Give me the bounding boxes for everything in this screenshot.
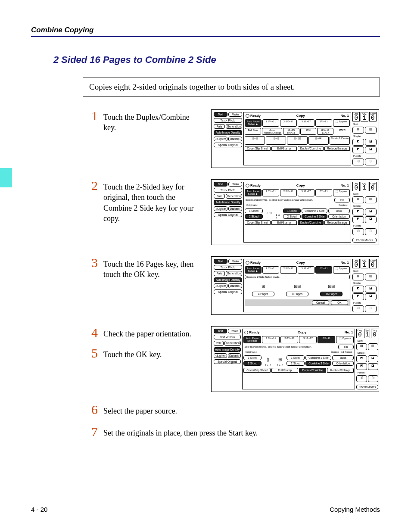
special-original-button[interactable]: Special Original [214,143,242,147]
auto-paper-select-button[interactable]: Auto Paper Select ▶ [245,266,262,274]
reduce-enlarge-tab[interactable]: Reduce/Enlarge [327,368,354,373]
staple-opt-3[interactable]: ◩ [352,216,364,223]
edit-stamp-tab[interactable]: Edit/Stamp [271,368,299,373]
staple-opt-1[interactable]: ◩ [352,286,364,292]
darker-button[interactable]: Darker▷ [228,283,242,288]
check-modes-button[interactable]: Check Modes [356,385,378,389]
one-sided-button[interactable]: 1 Sided [243,355,262,360]
combine-2-side-button[interactable]: Combine 2 Side [302,214,327,219]
darker-button[interactable]: Darker▷ [228,137,242,141]
photo-button[interactable]: Photo [228,259,242,264]
auto-paper-select-button[interactable]: Auto Paper Select ▶ [245,119,262,127]
two-sided-button[interactable]: 2 Sided [245,214,263,219]
one-sided-button[interactable]: 1 Sided [245,208,263,213]
tray-3-button[interactable]: 3 11×17 [299,336,317,343]
tray-1-button[interactable]: 1 8½×11 [262,266,279,274]
text-button[interactable]: Text [214,182,227,187]
dup-opt-2[interactable]: ▯→▯ [266,136,286,145]
photo-button[interactable]: Photo [228,112,242,117]
punch-opt-1[interactable]: ⁝▯ [356,375,367,382]
check-modes-button[interactable]: Check Modes [352,238,377,243]
shrink-center-button[interactable]: Shrink & Center [330,136,350,145]
ok-button[interactable]: OK [334,198,350,202]
punch-opt-1[interactable]: ⁝▯ [352,228,364,235]
tray-2-button[interactable]: 2 8½×11 [280,119,297,127]
tray-4-button[interactable]: 8½×11 [318,336,335,343]
staple-opt-3[interactable]: ◩ [352,146,364,153]
tray-1-button[interactable]: 1 8½×11 [262,119,279,127]
tray-3-button[interactable]: 3 11×17 [298,266,314,274]
staple-opt-1[interactable]: ◩ [352,139,364,146]
copy-one-sided-button[interactable]: 1 Sided [283,208,301,213]
eight-pages-button[interactable]: 8 Pages [286,292,308,296]
staple-opt-2[interactable]: ◪ [365,286,377,292]
bypass-button[interactable]: ⬚ Bypass [333,119,350,127]
punch-opt-1[interactable]: ⁝▯ [352,305,364,312]
staple-opt-2[interactable]: ◪ [365,208,377,215]
tray-4-button[interactable]: 8½×11 [315,119,332,127]
text-button[interactable]: Text [214,112,227,117]
text-button[interactable]: Text [214,329,227,333]
tray-2-button[interactable]: 2 8½×11 [280,189,297,196]
text-photo-button[interactable]: Text • Photo [214,335,241,339]
ratio-1-button[interactable]: 11×15 8½×11 [283,128,299,135]
sort-opt-2[interactable]: ▥ [368,343,378,350]
staple-opt-4[interactable]: ◪ [368,363,378,370]
photo-button[interactable]: Photo [228,182,242,187]
text-photo-button[interactable]: Text • Photo [214,118,242,123]
duplex-combine-tab[interactable]: Duplex/Combine [298,146,324,151]
lighter-button[interactable]: ◁Lighter [214,206,227,211]
duplex-combine-tab[interactable]: Duplex/Combine [299,368,326,373]
tray-3-button[interactable]: 3 11×17 [298,119,314,127]
sort-opt-2[interactable]: ▥ [365,274,377,280]
cancel-button[interactable]: Cancel [312,300,329,305]
staple-opt-4[interactable]: ◪ [365,216,377,223]
cover-slip-tab[interactable]: Cover/Slip Sheet [245,220,271,225]
punch-opt-2[interactable]: ▯⁝ [365,159,377,165]
auto-image-density-button[interactable]: Auto Image Density [214,200,242,205]
lighter-button[interactable]: ◁Lighter [214,137,227,141]
tray-2-button[interactable]: 2 8½×11 [280,266,297,274]
tray-4-button[interactable]: 8½×11 [315,266,332,274]
special-original-button[interactable]: Special Original [214,359,241,364]
ok-button[interactable]: OK [338,345,354,349]
ratio-2-button[interactable]: 8½×11 11×17 [317,128,333,135]
darker-button[interactable]: Darker▷ [228,206,242,211]
duplex-combine-tab[interactable]: Duplex/Combine [298,220,324,225]
copy-one-sided-button[interactable]: 1 Sided [286,355,305,360]
punch-opt-2[interactable]: ▯⁝ [368,375,378,382]
dup-opt-4[interactable]: ▯→⊞ [308,136,329,145]
staple-opt-1[interactable]: ◩ [352,208,364,215]
book-button[interactable]: Book [332,355,354,360]
punch-opt-2[interactable]: ▯⁝ [365,305,377,312]
combine-1-side-button[interactable]: Combine 1 Side [305,355,331,360]
four-pages-button[interactable]: 4 Pages [252,292,274,296]
pale-button[interactable]: Pale [214,124,225,129]
cover-slip-tab[interactable]: Cover/Slip Sheet [243,368,271,373]
tray-4-button[interactable]: 8½×11 [315,189,332,196]
orientation-button[interactable]: Orientation [328,214,350,219]
punch-opt-2[interactable]: ▯⁝ [365,228,377,235]
sixteen-pages-button[interactable]: 16 Pages [320,292,342,296]
special-original-button[interactable]: Special Original [214,212,242,217]
reduce-enlarge-tab[interactable]: Reduce/Enlarge [324,146,350,151]
ok-button[interactable]: OK [331,300,348,305]
text-photo-button[interactable]: Text • Photo [214,188,242,193]
pale-button[interactable]: Pale [214,194,225,199]
text-button[interactable]: Text [214,259,227,264]
staple-opt-3[interactable]: ◩ [356,363,367,370]
edit-stamp-tab[interactable]: Edit/Stamp [271,220,297,225]
full-size-button[interactable]: Full Size [245,128,261,135]
staple-opt-1[interactable]: ◩ [356,355,367,362]
tray-3-button[interactable]: 3 11×17 [298,189,314,196]
text-photo-button[interactable]: Text • Photo [214,265,242,270]
photo-button[interactable]: Photo [228,329,241,333]
generation-button[interactable]: Generation [226,271,242,276]
combine-2-side-button[interactable]: Combine 2 Side [305,361,331,366]
tray-1-button[interactable]: 1 8½×11 [262,336,280,343]
staple-opt-3[interactable]: ◩ [352,293,364,300]
auto-paper-select-button[interactable]: Auto Paper Select ▶ [245,189,262,196]
special-original-button[interactable]: Special Original [214,289,242,294]
auto-image-density-button[interactable]: Auto Image Density [214,130,242,135]
staple-opt-4[interactable]: ◪ [365,293,377,300]
